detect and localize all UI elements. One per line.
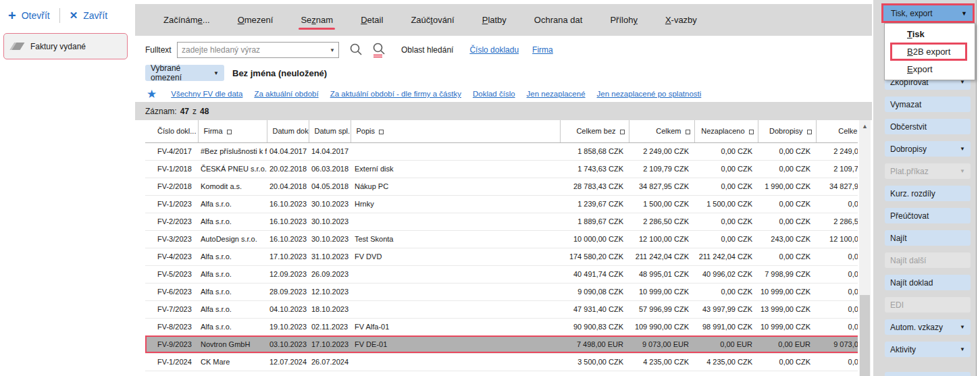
sidebar-button-vymazat[interactable]: Vymazat (885, 97, 971, 112)
close-icon: ✕ (70, 9, 78, 22)
table-row-fv-9-2023-selected[interactable]: FV-9/2023Novtron GmbH03.10.202317.10.202… (145, 335, 858, 353)
menu-item-b2b-export[interactable]: B2B export (891, 43, 966, 60)
filter-square-icon[interactable] (686, 130, 690, 134)
cell-datum-dok: 17.10.2023 (267, 248, 309, 265)
sidebar-button-aktivity[interactable]: Aktivity▼ (885, 342, 971, 357)
tab-strip: Začínáme...OmezeníSeznamDetailZaúčtování… (135, 4, 872, 36)
sidebar-button-najit-doklad[interactable]: Najít doklad (885, 275, 971, 290)
record-current: 47 (180, 107, 189, 116)
search-icon[interactable] (349, 42, 363, 58)
open-button[interactable]: + Otevřít (8, 9, 50, 22)
cell-firma: Alfa s.r.o. (198, 283, 267, 300)
cell-nezaplaceno: 98 991,00 CZK (694, 318, 758, 335)
sidebar-button-preuctovat[interactable]: Přeúčtovat (885, 208, 971, 223)
filter-square-icon[interactable] (227, 130, 232, 134)
table-row-fv-4-2017[interactable]: FV-4/2017#Bez příslušnosti k firmě04.04.… (145, 142, 858, 160)
selected-restriction-button[interactable]: Vybrané omezení ▼ (145, 65, 224, 81)
sidebar-button-plat-prikaz[interactable]: Plat.příkaz▼ (885, 163, 971, 179)
cell-dobropisy: 13 999,00 CZK (758, 300, 816, 318)
close-button[interactable]: ✕ Zavřít (70, 9, 107, 22)
sidebar-button-obcerstvit[interactable]: Občerstvit (885, 119, 971, 134)
favorite-star-icon[interactable]: ★ (147, 88, 157, 100)
cell-datum-spl: 14.04.2017 (309, 142, 351, 160)
sidebar-button-dobropisy[interactable]: Dobropisy▼ (885, 141, 971, 157)
cell-popis: Nákup PC (351, 178, 560, 195)
filter-square-icon[interactable] (807, 130, 812, 134)
table-row-fv-2-2023[interactable]: FV-2/2023Alfa s.r.o.16.10.202330.10.2023… (145, 213, 858, 230)
column-header-celke[interactable]: Celke... (816, 120, 858, 142)
sidebar-button-najit-dalsi[interactable]: Najít další (885, 252, 971, 268)
scroll-up-arrow-icon[interactable]: ▲ (859, 120, 871, 132)
tab-x-vazby[interactable]: X-vazby (665, 15, 697, 25)
cell-dobropisy: 1 990,00 CZK (758, 178, 816, 195)
table-row-fv-6-2023[interactable]: FV-6/2023Alfa s.r.o.28.09.202312.10.2023… (145, 283, 858, 300)
sidebar-button-partial[interactable] (885, 372, 971, 376)
sidebar-button-edi[interactable]: EDI (885, 297, 971, 313)
cell-dobropisy: 7 998,99 CZK (758, 265, 816, 283)
table-row-fv-3-2023[interactable]: FV-3/2023AutoDesign s.r.o.16.10.202330.1… (145, 230, 858, 248)
cell-celke: 9 073,00 (816, 335, 858, 353)
print-export-button[interactable]: Tisk, export ▼ (881, 3, 975, 23)
quick-link-vsechny-fv-dle-data[interactable]: Všechny FV dle data (171, 90, 242, 98)
column-header-popis[interactable]: Popis (351, 120, 560, 142)
left-panel-item-faktury-vydane[interactable]: Faktury vydané (3, 33, 128, 59)
filter-square-icon[interactable] (379, 130, 384, 134)
tab-ochrana-dat[interactable]: Ochrana dat (534, 15, 583, 25)
cell-firma: Alfa s.r.o. (198, 265, 267, 283)
scope-link-firma[interactable]: Firma (532, 45, 553, 55)
fulltext-input[interactable] (178, 45, 326, 55)
cell-celkem-bez: 1 239,67 CZK (560, 195, 629, 213)
column-header-datum-spl[interactable]: Datum spl. (309, 120, 351, 142)
tab-platby[interactable]: Platby (482, 15, 507, 25)
column-header-nezaplaceno[interactable]: Nezaplaceno (694, 120, 758, 142)
quick-link-za-aktualni-obdobi-dle-firmy-a-castky[interactable]: Za aktuální období - dle firmy a částky (330, 90, 461, 98)
sidebar-button-najit[interactable]: Najít (885, 230, 971, 246)
table-row-fv-1-2018[interactable]: FV-1/2018ČESKÁ PNEU s.r.o.20.02.201806.0… (145, 160, 858, 178)
quick-link-jen-nezaplacene-po-splatnosti[interactable]: Jen nezaplacené po splatnosti (597, 90, 702, 98)
table-row-fv-7-2023[interactable]: FV-7/2023Alfa s.r.o.04.10.202318.10.2023… (145, 300, 858, 318)
column-header-datum-dok[interactable]: Datum dok. (267, 120, 309, 142)
search-highlight-icon[interactable] (371, 42, 386, 58)
cell-celke: 0,00 (816, 283, 858, 300)
scope-link-cislo-dokladu[interactable]: Číslo dokladu (469, 45, 519, 55)
tab-omezeni[interactable]: Omezení (238, 15, 274, 25)
fulltext-dropdown-icon[interactable]: ▼ (326, 47, 338, 53)
column-header-celkem[interactable]: Celkem (629, 120, 694, 142)
filter-square-icon[interactable] (620, 130, 625, 134)
column-header-dobropisy[interactable]: Dobropisy (758, 120, 816, 142)
filter-square-icon[interactable] (749, 130, 754, 134)
scrollbar-thumb[interactable] (860, 295, 870, 376)
tab-detail[interactable]: Detail (361, 15, 383, 25)
cell-celkem-bez: 10 000,00 CZK (560, 230, 629, 248)
tab-seznam[interactable]: Seznam (301, 15, 333, 25)
tab-zauctovani[interactable]: Zaúčtování (411, 15, 454, 25)
column-header-celkem-bez[interactable]: Celkem bez (560, 120, 629, 142)
table-row-fv-5-2023[interactable]: FV-5/2023Alfa s.r.o.12.09.202326.09.2023… (145, 265, 858, 283)
quick-link-jen-nezaplacene[interactable]: Jen nezaplacené (527, 90, 586, 98)
column-header-cislo-dokl[interactable]: Číslo dokl... (145, 120, 198, 142)
sidebar-button-autom-vzkazy[interactable]: Autom. vzkazy▼ (885, 319, 971, 335)
tab-zaciname[interactable]: Začínáme... (163, 15, 210, 25)
table-row-fv-4-2023[interactable]: FV-4/2023Alfa s.r.o.17.10.202331.10.2023… (145, 248, 858, 265)
quick-link-doklad-cislo[interactable]: Doklad číslo (473, 90, 515, 98)
cell-datum-spl: 17.10.2023 (309, 335, 351, 353)
cell-firma: Alfa s.r.o. (198, 248, 267, 265)
cell-firma: Alfa s.r.o. (198, 213, 267, 230)
cell-firma: Alfa s.r.o. (198, 318, 267, 335)
cell-popis: FV DE-01 (351, 335, 560, 353)
tab-prilohy[interactable]: Přílohy (610, 15, 637, 25)
table-vertical-scrollbar[interactable]: ▲ (859, 120, 871, 376)
record-total: 48 (200, 107, 209, 116)
table-row-fv-1-2023[interactable]: FV-1/2023Alfa s.r.o.16.10.202330.10.2023… (145, 195, 858, 213)
table-row-fv-8-2023[interactable]: FV-8/2023Alfa s.r.o.19.10.202302.11.2023… (145, 318, 858, 335)
table-row-fv-2-2018[interactable]: FV-2/2018Komodit a.s.20.04.201804.05.201… (145, 178, 858, 195)
cell-cislo-dokl: FV-7/2023 (145, 300, 198, 318)
column-header-firma[interactable]: Firma (198, 120, 267, 142)
table-row-fv-1-2024[interactable]: FV-1/2024CK Mare12.07.202426.07.20243 50… (145, 353, 858, 371)
sidebar-button-kurz-rozdily[interactable]: Kurz. rozdíly (885, 186, 971, 201)
quick-link-za-aktualni-obdobi[interactable]: Za aktuální období (254, 90, 318, 98)
menu-item-tisk[interactable]: Tisk (885, 26, 975, 43)
menu-item-export[interactable]: Export (885, 61, 975, 78)
cell-celke: 2 286,50 (816, 213, 858, 230)
cell-datum-dok: 28.09.2023 (267, 283, 309, 300)
